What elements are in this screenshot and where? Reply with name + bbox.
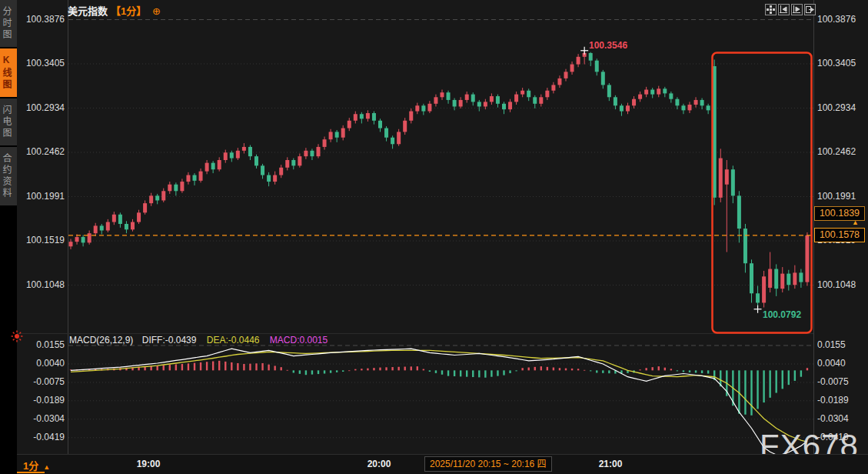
current-price-box: 100.1578 xyxy=(814,228,865,242)
period-badge: 【1分】 xyxy=(111,5,146,17)
price-up-arrow-icon: ▲ xyxy=(852,219,859,226)
macd-params: MACD(26,12,9) xyxy=(69,335,133,345)
y-axis-label: 100.1048 xyxy=(18,279,65,290)
macd-y-label: -0.0189 xyxy=(18,395,65,406)
macd-y-label: -0.0075 xyxy=(18,376,65,387)
y-axis-label: 100.3405 xyxy=(18,58,65,68)
sidebar: 分时图 K线图 闪电图 合约资料 xyxy=(0,0,17,474)
axis-fit-right-icon[interactable] xyxy=(791,4,803,15)
y-axis-label: 100.1519 xyxy=(18,235,65,245)
sidebar-tab-timeline[interactable]: 分时图 xyxy=(0,0,17,47)
macd-y-label: -0.0304 xyxy=(817,413,866,424)
y-axis-label: 100.3876 xyxy=(18,14,65,25)
indicator-settings-icon[interactable] xyxy=(11,330,23,345)
time-label: 20:00 xyxy=(361,459,397,469)
y-axis-label: 100.1991 xyxy=(18,191,65,202)
y-axis-label: 100.3876 xyxy=(817,14,866,25)
time-axis-bar: 1分▲ 19:00 20:00 21:00 2025/11/20 20:15 ~… xyxy=(0,454,868,474)
axis-fit-left-icon[interactable] xyxy=(778,4,790,15)
macd-y-label: 0.0155 xyxy=(18,339,65,350)
y-axis-label: 100.1048 xyxy=(817,279,866,290)
period-selector[interactable]: 1分▲ xyxy=(23,458,50,472)
macd-diff-value: DIFF:-0.0439 xyxy=(142,335,197,345)
y-axis-label: 100.2462 xyxy=(817,146,866,157)
low-price-annotation: 100.0792 xyxy=(763,309,801,320)
crosshair-move-icon[interactable] xyxy=(765,4,777,15)
y-axis-label: 100.2462 xyxy=(18,146,65,157)
sidebar-tab-lightning[interactable]: 闪电图 xyxy=(0,98,17,145)
y-axis-label: 100.3405 xyxy=(817,58,866,68)
high-price-annotation: 100.3546 xyxy=(589,40,627,51)
candle-date-tooltip: 2025/11/20 20:15 ~ 20:16 四 xyxy=(424,456,552,472)
time-label: 19:00 xyxy=(131,459,166,469)
macd-hist-value: MACD:0.0015 xyxy=(270,335,328,345)
period-underline xyxy=(14,472,45,473)
chart-toolbar xyxy=(765,4,816,15)
symbol-title: 美元指数 xyxy=(68,5,108,17)
macd-y-label: 0.0155 xyxy=(817,339,866,350)
macd-y-label: -0.0075 xyxy=(817,376,866,387)
macd-y-label: -0.0189 xyxy=(817,395,866,406)
pan-right-icon[interactable] xyxy=(804,4,816,15)
y-axis-label: 100.1991 xyxy=(817,191,866,202)
candlestick-macd-chart[interactable] xyxy=(0,0,868,474)
macd-y-label: 0.0040 xyxy=(18,358,65,369)
chart-header: 美元指数【1分】 ⊕ xyxy=(68,3,161,18)
macd-dea-value: DEA:-0.0446 xyxy=(207,335,260,345)
macd-y-label: -0.0419 xyxy=(18,432,65,442)
triangle-up-icon: ▲ xyxy=(43,463,50,471)
sidebar-tab-contract-info[interactable]: 合约资料 xyxy=(0,147,17,205)
macd-y-label: -0.0304 xyxy=(18,413,65,424)
sidebar-tab-kline[interactable]: K线图 xyxy=(0,48,17,97)
y-axis-label: 100.2934 xyxy=(18,102,65,113)
macd-header: MACD(26,12,9) DIFF:-0.0439 DEA:-0.0446 M… xyxy=(69,335,328,345)
y-axis-label: 100.2934 xyxy=(817,102,866,113)
settings-icon[interactable]: ⊕ xyxy=(152,5,161,17)
time-label: 21:00 xyxy=(593,459,628,469)
chart-stage: 分时图 K线图 闪电图 合约资料 美元指数【1分】 ⊕ 100.3876 100… xyxy=(0,0,868,474)
macd-y-label: 0.0040 xyxy=(817,358,866,369)
